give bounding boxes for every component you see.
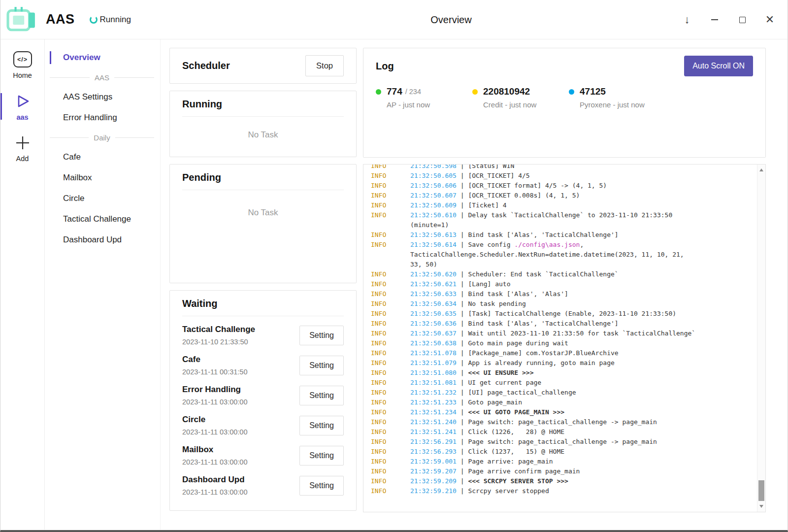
- log-line: INFO21:32:50.605 | [OCR_TICKET] 4/5: [371, 171, 751, 181]
- log-line: INFO21:32:50.621 | [Lang] auto: [371, 279, 751, 289]
- log-timestamp: 21:32:56.291: [410, 438, 457, 445]
- log-level: INFO: [371, 191, 410, 200]
- rail-item-home[interactable]: </> Home: [0, 51, 44, 79]
- log-scrollbar[interactable]: [757, 165, 765, 512]
- maximize-icon: [739, 17, 746, 23]
- scheduler-title: Scheduler: [182, 60, 230, 71]
- titlebar: AAS Running Overview ↓ ✕: [0, 0, 788, 39]
- log-level: INFO: [371, 171, 410, 181]
- sidebar-item-label: AAS Settings: [63, 92, 112, 102]
- task-name: Error Handling: [182, 385, 248, 395]
- sidebar-item-overview[interactable]: Overview: [45, 47, 160, 68]
- status-label: Running: [100, 15, 131, 25]
- waiting-card: Waiting Tactical Challenge2023-11-10 21:…: [169, 290, 357, 511]
- task-next-run-time: 2023-11-11 03:00:00: [182, 398, 248, 406]
- log-level: INFO: [371, 447, 410, 457]
- waiting-title: Waiting: [182, 298, 217, 309]
- log-line: INFO21:32:51.232 | [UI] page_tactical_ch…: [371, 388, 751, 398]
- log-line: INFO21:32:50.635 | [Task] TacticalChalle…: [371, 309, 751, 319]
- scrollbar-thumb[interactable]: [758, 480, 764, 501]
- log-line: INFO21:32:56.293 | Click (1237, 15) @ HO…: [371, 447, 751, 457]
- maximize-button[interactable]: [734, 11, 750, 29]
- minimize-button[interactable]: [707, 11, 722, 29]
- scroll-up-icon[interactable]: [759, 168, 763, 171]
- log-timestamp: 21:32:51.232: [410, 389, 457, 396]
- task-name: Circle: [182, 415, 248, 425]
- scroll-down-icon[interactable]: [759, 505, 763, 508]
- sidebar-item-label: Error Handling: [63, 113, 117, 123]
- log-line: INFO21:32:56.291 | Page switch: page_tac…: [371, 437, 751, 447]
- log-level: INFO: [371, 338, 410, 348]
- pending-card: Pending No Task: [169, 164, 357, 283]
- task-name: Tactical Challenge: [182, 325, 255, 334]
- plus-icon: [15, 135, 31, 151]
- auto-scroll-button[interactable]: Auto Scroll ON: [684, 56, 753, 76]
- sidebar-item-tactical-challenge[interactable]: Tactical Challenge: [45, 209, 160, 230]
- task-setting-button[interactable]: Setting: [299, 416, 344, 435]
- rail-item-aas[interactable]: aas: [0, 93, 44, 121]
- log-level: INFO: [371, 417, 410, 427]
- sidebar-item-error-handling[interactable]: Error Handling: [45, 107, 160, 128]
- log-level: INFO: [371, 486, 410, 496]
- stop-button[interactable]: Stop: [305, 55, 344, 76]
- log-line: INFO21:32:51.233 | Goto page_main: [371, 398, 751, 407]
- log-level: INFO: [371, 279, 410, 289]
- log-timestamp: 21:32:50.638: [410, 339, 457, 347]
- log-level: INFO: [371, 348, 410, 358]
- task-setting-button[interactable]: Setting: [299, 356, 344, 375]
- log-level: INFO: [371, 476, 410, 486]
- close-button[interactable]: ✕: [762, 11, 778, 29]
- log-line: INFO21:32:50.638 | Goto main page during…: [371, 338, 751, 348]
- play-icon: [14, 93, 32, 109]
- waiting-task-list: Tactical Challenge2023-11-10 21:33:50Set…: [170, 316, 356, 500]
- log-level: INFO: [371, 368, 410, 378]
- log-level: INFO: [371, 329, 410, 338]
- download-update-icon[interactable]: ↓: [679, 11, 695, 29]
- log-line: INFO21:32:50.610 | Delay task `TacticalC…: [371, 210, 751, 220]
- log-timestamp: 21:32:50.633: [410, 290, 457, 298]
- log-level: INFO: [371, 378, 410, 388]
- sidebar-item-mailbox[interactable]: Mailbox: [45, 167, 160, 188]
- task-next-run-time: 2023-11-11 03:00:00: [182, 458, 248, 466]
- log-card: Log Auto Scroll ON 774/ 234AP - just now…: [363, 48, 766, 158]
- stat-pyroxene: 47125Pyroxene - just now: [569, 86, 665, 109]
- log-level: INFO: [371, 210, 410, 220]
- app-logo: [5, 5, 38, 34]
- sidebar-item-circle[interactable]: Circle: [45, 188, 160, 209]
- log-timestamp: 21:32:50.637: [410, 330, 457, 337]
- stat-value: 220810942: [483, 86, 530, 97]
- log-level: INFO: [371, 466, 410, 476]
- task-setting-button[interactable]: Setting: [299, 446, 344, 466]
- log-line: (minute=1): [371, 220, 751, 230]
- task-setting-button[interactable]: Setting: [299, 476, 344, 496]
- log-line: INFO21:32:51.240 | Page switch: page_tac…: [371, 417, 751, 427]
- log-timestamp: 21:32:50.598: [410, 164, 457, 169]
- log-level: INFO: [371, 319, 410, 329]
- sidebar-item-label: Cafe: [63, 152, 81, 162]
- task-name: Mailbox: [182, 445, 248, 455]
- log-timestamp: 21:32:50.605: [410, 172, 457, 179]
- stat-label: Pyroxene - just now: [580, 100, 665, 109]
- log-line: INFO21:32:50.607 | [OCR_TICKET 0.008s] (…: [371, 191, 751, 200]
- log-output[interactable]: INFO21:32:50.598 | [Status] WININFO21:32…: [363, 164, 766, 512]
- sidebar-item-cafe[interactable]: Cafe: [45, 147, 160, 167]
- log-line: INFO21:32:50.614 | Save config ./config\…: [371, 240, 751, 250]
- waiting-task-row-error-handling: Error Handling2023-11-11 03:00:00Setting: [182, 380, 344, 410]
- sidebar-item-aas-settings[interactable]: AAS Settings: [45, 87, 160, 107]
- stat-dot-icon: [472, 89, 478, 95]
- log-column: Log Auto Scroll ON 774/ 234AP - just now…: [363, 48, 766, 530]
- log-line: INFO21:32:50.636 | Bind task ['Alas', 'T…: [371, 319, 751, 329]
- running-card: Running No Task: [169, 91, 357, 157]
- task-setting-button[interactable]: Setting: [299, 386, 344, 405]
- waiting-task-row-cafe: Cafe2023-11-11 00:31:50Setting: [182, 350, 344, 380]
- stat-label: Credit - just now: [483, 100, 569, 109]
- sidebar-item-dashboard-upd[interactable]: Dashboard Upd: [45, 230, 160, 250]
- task-setting-button[interactable]: Setting: [299, 326, 344, 345]
- rail-item-add[interactable]: Add: [0, 135, 44, 163]
- home-icon: </>: [13, 51, 32, 67]
- log-level: INFO: [371, 388, 410, 398]
- scheduler-status: Running: [90, 15, 131, 25]
- log-level: INFO: [371, 299, 410, 309]
- main-layout: </> Home aas Add OverviewAASAAS Settings…: [0, 39, 788, 530]
- stat-ap: 774/ 234AP - just now: [376, 86, 472, 109]
